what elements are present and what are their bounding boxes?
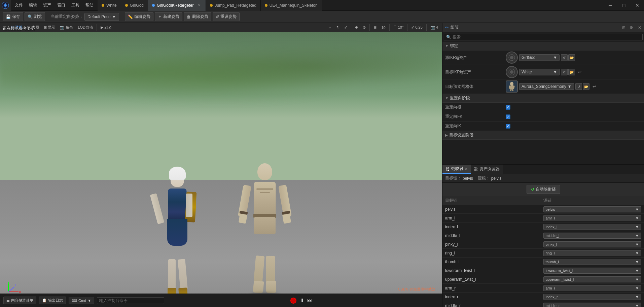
target-ik-undo-btn[interactable]: ↩ <box>576 69 583 75</box>
menu-window[interactable]: 窗口 <box>55 1 68 9</box>
pivot-button[interactable]: ⊙ <box>361 25 368 30</box>
chain-target-arm-r: arm_r <box>445 286 543 291</box>
maximize-button[interactable]: □ <box>617 0 631 11</box>
tab-girlgodikretargeter[interactable]: GirlGodIKRetargeter ✕ <box>148 0 206 11</box>
source-ik-dropdown[interactable]: GirlGod ▼ <box>519 54 560 61</box>
dropdown-arrow: ▼ <box>635 251 639 255</box>
save-button[interactable]: 💾 保存 <box>3 12 23 21</box>
tab-jumppad[interactable]: Jump_Pad_Retargeted <box>206 0 260 11</box>
forward-button[interactable]: ⏭ <box>307 298 313 304</box>
asset-browser-tab[interactable]: ⛓ 资产浏览器 <box>471 165 503 174</box>
chain-source-dropdown-pinky-l[interactable]: pinky_l ▼ <box>543 241 642 247</box>
tab-dot <box>125 4 128 7</box>
minimize-button[interactable]: ─ <box>604 0 617 11</box>
target-preview-browse-btn[interactable]: 📂 <box>583 83 589 90</box>
chain-source-dropdown-index-r[interactable]: index_r ▼ <box>543 294 642 300</box>
cmd-input[interactable] <box>97 297 164 304</box>
chain-source-dropdown-pelvis[interactable]: pelvis ▼ <box>543 206 642 212</box>
record-button[interactable] <box>290 298 296 304</box>
tab-girlgod[interactable]: GirlGod <box>121 0 148 11</box>
pause-button[interactable]: ⏸ <box>299 298 305 304</box>
details-title: 细节 <box>451 25 459 30</box>
camera-speed-button[interactable]: 📷 4 <box>428 25 440 30</box>
delete-pose-button[interactable]: 🗑 删除姿势 <box>184 12 211 21</box>
cmd-button[interactable]: ⌨ Cmd ▼ <box>69 297 94 304</box>
tab-ue4mannequin[interactable]: UE4_Mannequin_Skeleton <box>261 0 322 11</box>
menu-file[interactable]: 文件 <box>12 1 26 9</box>
chain-source-dropdown-index-l[interactable]: index_l ▼ <box>543 224 642 230</box>
menu-tools[interactable]: 工具 <box>69 1 82 9</box>
target-ik-reset-btn[interactable]: ↺ <box>561 69 568 75</box>
details-close-button[interactable]: ✕ <box>638 25 641 30</box>
target-preview-reset-btn[interactable]: ↺ <box>575 83 582 90</box>
details-search-input[interactable] <box>453 35 640 39</box>
target-ik-browse-btn[interactable]: 📂 <box>568 69 575 75</box>
chain-source-dropdown-thumb-l[interactable]: thumb_l ▼ <box>543 259 642 265</box>
rotate-button[interactable]: ↻ <box>334 25 342 30</box>
target-ik-dropdown[interactable]: White ▼ <box>519 69 560 75</box>
output-log-button[interactable]: 📋 输出日志 <box>39 297 66 304</box>
details-settings-button[interactable]: ⚙ <box>628 24 635 31</box>
angle-button[interactable]: ⌒ 10° <box>391 24 406 31</box>
new-pose-button[interactable]: ＋ 新建姿势 <box>155 12 182 21</box>
binding-section-header[interactable]: ▼ 绑定 <box>442 42 644 50</box>
target-ik-icon <box>506 66 518 78</box>
transform-button[interactable]: ↔ <box>326 25 334 30</box>
menu-edit[interactable]: 编辑 <box>26 1 40 9</box>
source-ik-browse-btn[interactable]: 📂 <box>568 54 575 61</box>
target-preview-dropdown[interactable]: Aurora_SpringCeremony ▼ <box>519 83 574 90</box>
chain-row-index-r: index_r index_r ▼ <box>442 293 644 301</box>
target-preview-undo-btn[interactable]: ↩ <box>591 83 598 90</box>
auto-map-area: ↺ 自动映射链 <box>442 183 644 196</box>
chain-tab-close[interactable]: ✕ <box>465 167 467 171</box>
reset-pose-button[interactable]: ↺ 重设姿势 <box>213 12 240 21</box>
content-menu-button[interactable]: ☰ 内容侧滑菜单 <box>3 297 36 304</box>
new-pose-label: 新建姿势 <box>163 14 179 20</box>
chain-target-index-r: index_r <box>445 295 543 299</box>
delete-icon: 🗑 <box>187 14 191 19</box>
retarget-root-checkbox[interactable] <box>506 105 510 110</box>
play-button[interactable]: ▶ x1.0 <box>99 25 113 30</box>
menu-asset[interactable]: 资产 <box>40 1 54 9</box>
collapsed-section-header[interactable]: ▶ 目标设置阶段 <box>442 131 644 140</box>
svg-text:y: y <box>8 280 9 283</box>
retarget-section-header[interactable]: ▼ 重定向阶段 <box>442 94 644 103</box>
chain-source-dropdown-arm-r[interactable]: arm_r ▼ <box>543 285 642 291</box>
viewport[interactable]: ≡ ⬡ 透视 ☀ 光照 ⊞ 显示 📷 角色 LOD自动 ▶ <box>0 23 442 307</box>
lod-button[interactable]: LOD自动 <box>76 24 95 31</box>
chain-source-dropdown-ring-l[interactable]: ring_l ▼ <box>543 250 642 256</box>
grid-value[interactable]: 10 <box>379 25 387 30</box>
retarget-ik-checkbox[interactable] <box>506 124 510 129</box>
scale-value-button[interactable]: ⤢ 0.25 <box>409 25 424 30</box>
tab-white[interactable]: White <box>98 0 121 11</box>
chain-row-pinky-l: pinky_l pinky_l ▼ <box>442 240 644 249</box>
chain-source-dropdown-middle-l[interactable]: middle_l ▼ <box>543 233 642 239</box>
scale-button[interactable]: ⤢ <box>342 25 349 30</box>
menu-help[interactable]: 帮助 <box>83 1 96 9</box>
chain-source-dropdown-middle-r[interactable]: middle_r ▼ <box>543 303 642 307</box>
camera-button[interactable]: 📷 角色 <box>58 24 75 31</box>
auto-map-button[interactable]: ↺ 自动映射链 <box>527 185 560 194</box>
display-button[interactable]: ⊞ 显示 <box>42 24 57 31</box>
tab-close-btn[interactable]: ✕ <box>197 3 202 8</box>
grid-button[interactable]: ⊞ <box>371 25 379 30</box>
details-panel: ✏ 细节 ⊞ ⚙ ✕ 🔍 ▼ 绑定 源IKRig资产 <box>442 23 644 164</box>
chain-map-tab[interactable]: ⛓ 链映射 ✕ <box>442 165 471 174</box>
browse-button[interactable]: 🔍 浏览 <box>25 12 45 21</box>
source-ik-reset-btn[interactable]: ↺ <box>561 54 568 61</box>
chain-target-value: pelvis <box>463 176 473 181</box>
edit-pose-button[interactable]: ✏️ 编辑姿势 <box>125 12 153 21</box>
chain-row-ring-l: ring_l ring_l ▼ <box>442 249 644 258</box>
chain-source-arm-r: arm_r ▼ <box>543 285 642 291</box>
chain-source-dropdown-lowerarm-twist-l[interactable]: lowerarm_twist_l ▼ <box>543 268 642 274</box>
chain-source-dropdown-arm-l[interactable]: amr_l ▼ <box>543 215 642 221</box>
retarget-fk-label: 重定向FK <box>445 114 506 120</box>
chain-source-dropdown-upperarm-twist-l[interactable]: upperarm_twist_l ▼ <box>543 276 642 282</box>
character-area <box>0 32 442 303</box>
pose-dropdown[interactable]: Default Pose ▼ <box>84 13 119 21</box>
details-layout-button[interactable]: ⊞ <box>620 24 627 31</box>
close-button[interactable]: ✕ <box>631 0 644 11</box>
pose-value: Default Pose <box>87 14 111 19</box>
retarget-fk-checkbox[interactable] <box>506 114 510 119</box>
world-button[interactable]: ⊕ <box>353 25 360 30</box>
